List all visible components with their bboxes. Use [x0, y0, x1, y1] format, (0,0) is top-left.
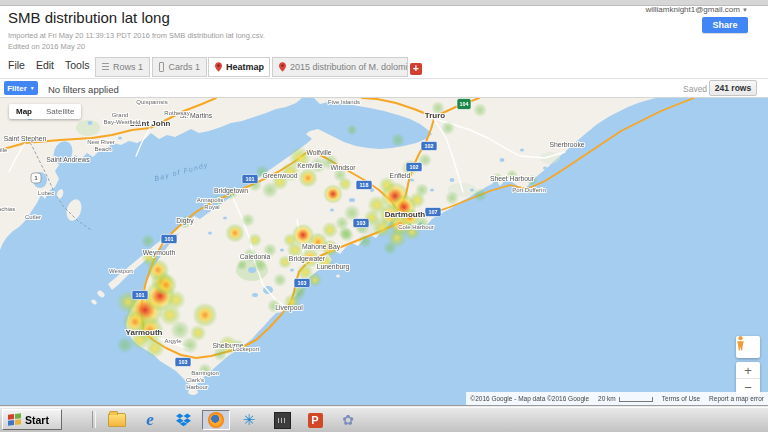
powerpoint-taskbar-icon[interactable]: P: [301, 410, 329, 430]
map-attribution: ©2016 Google - Map data ©2016 Google 20 …: [466, 392, 768, 405]
zoom-in-button[interactable]: +: [736, 362, 760, 379]
add-tab-button[interactable]: +: [410, 63, 422, 75]
map-label: Barrington: [191, 370, 219, 376]
map-label: Bridgewater: [289, 255, 326, 263]
filter-button[interactable]: Filter ▼: [4, 81, 38, 95]
saved-status: Saved: [683, 84, 707, 94]
svg-text:1: 1: [34, 175, 37, 181]
map-label: Clark's: [186, 377, 204, 383]
map-label: Royal: [204, 204, 219, 210]
svg-text:103: 103: [356, 220, 365, 226]
heat-point: [170, 320, 190, 340]
start-button[interactable]: Start: [2, 409, 62, 430]
highway-shield: 103: [294, 279, 310, 288]
heat-point: [391, 133, 405, 147]
map-graphic: 1101101101102102103103103107118104 Saint…: [0, 98, 768, 405]
map-type-satellite-button[interactable]: Satellite: [39, 107, 81, 116]
scale-bar: [619, 397, 653, 402]
heat-point: [441, 121, 455, 135]
start-label: Start: [25, 414, 49, 426]
heat-point: [273, 273, 287, 287]
map-label: Sherbrooke: [549, 141, 584, 148]
heat-point: [192, 302, 217, 327]
map-label: New River: [87, 139, 115, 145]
dark-app-taskbar-icon[interactable]: III: [268, 410, 296, 430]
map-label: Harbour: [186, 384, 208, 390]
zoom-control: + −: [736, 362, 760, 396]
dropbox-icon: [176, 413, 191, 427]
share-button[interactable]: Share: [702, 17, 748, 33]
tab-2015-distribution[interactable]: 2015 distribution of M. dolomieu: [272, 57, 408, 77]
map-pin-icon: [215, 62, 222, 72]
tab-label: Heatmap: [226, 62, 264, 72]
heat-point: [379, 177, 396, 194]
people-app-taskbar-icon[interactable]: ✳: [235, 410, 263, 430]
highway-shield: 101: [242, 175, 258, 184]
heat-point: [445, 191, 459, 205]
heat-point: [253, 258, 267, 272]
file-explorer-icon: [108, 413, 126, 427]
menu-file[interactable]: File: [8, 59, 25, 71]
heat-point: [190, 325, 207, 342]
heat-point: [213, 347, 227, 361]
map-label: Port Dufferin: [512, 187, 546, 193]
image-app-taskbar-icon[interactable]: ✿: [334, 410, 362, 430]
internet-explorer-taskbar-icon[interactable]: e: [136, 410, 164, 430]
heat-point: [338, 177, 352, 191]
svg-text:102: 102: [409, 164, 418, 170]
terms-link[interactable]: Terms of Use: [662, 395, 700, 402]
imported-info: Imported at Fri May 20 11:39:13 PDT 2016…: [8, 31, 265, 40]
tab-heatmap[interactable]: Heatmap ▼: [208, 57, 270, 77]
dropbox-taskbar-icon[interactable]: [169, 410, 197, 430]
account-menu[interactable]: williamknight1@gmail.com ▼: [645, 5, 748, 14]
people-app-icon: ✳: [241, 412, 258, 428]
map-label: Saint Andrews: [46, 156, 90, 163]
menu-tools[interactable]: Tools: [65, 59, 90, 71]
account-email: williamknight1@gmail.com: [645, 5, 739, 14]
firefox-icon: [208, 412, 224, 428]
map-pin-icon: [279, 62, 286, 72]
page-title: SMB distribution lat long: [8, 9, 170, 26]
svg-text:102: 102: [424, 143, 433, 149]
svg-text:101: 101: [164, 236, 173, 242]
map-label: Greenwood: [262, 172, 297, 179]
powerpoint-icon: P: [308, 413, 323, 428]
map-type-map-button[interactable]: Map: [9, 107, 39, 116]
tab-cards[interactable]: Cards 1: [152, 57, 207, 77]
screen: SMB distribution lat long Imported at Fr…: [0, 0, 768, 432]
map-label: Mahone Bay: [302, 243, 341, 251]
map-label: Beach: [94, 146, 111, 152]
map-label: Cole Harbour: [398, 224, 434, 230]
highway-shield: 103: [175, 358, 191, 367]
report-error-link[interactable]: Report a map error: [709, 395, 764, 402]
pegman-button[interactable]: [736, 336, 760, 358]
map-label: Kentville: [297, 162, 323, 169]
map-label: Quispamsis: [136, 99, 167, 105]
highway-shield: 103: [353, 219, 369, 228]
chevron-down-icon: ▼: [268, 64, 270, 70]
map-label: Enfield: [390, 172, 411, 179]
firefox-taskbar-icon[interactable]: [202, 410, 230, 430]
map-label: Caledonia: [240, 253, 271, 260]
heat-point: [322, 222, 339, 239]
map-label: Grand: [112, 112, 129, 118]
heat-point: [262, 182, 279, 199]
map-label: Dartmouth: [385, 210, 426, 219]
rows-icon: [102, 63, 109, 71]
menu-edit[interactable]: Edit: [36, 59, 54, 71]
map-canvas[interactable]: 1101101101102102103103103107118104 Saint…: [0, 98, 768, 405]
row-count-button[interactable]: 241 rows: [709, 80, 757, 96]
file-explorer-taskbar-icon[interactable]: [103, 410, 131, 430]
map-label: Rothesay: [164, 110, 189, 116]
taskbar-divider: [92, 411, 96, 428]
highway-shield: 101: [161, 235, 177, 244]
map-label: Baileyville: [0, 147, 8, 153]
tab-rows[interactable]: Rows 1: [95, 57, 150, 77]
heat-point: [141, 234, 155, 248]
map-label: Weymouth: [143, 249, 176, 257]
highway-shield: 102: [421, 142, 437, 151]
svg-text:104: 104: [459, 101, 469, 107]
heat-point: [283, 233, 297, 247]
heat-point: [291, 287, 305, 301]
heat-point: [155, 274, 177, 296]
